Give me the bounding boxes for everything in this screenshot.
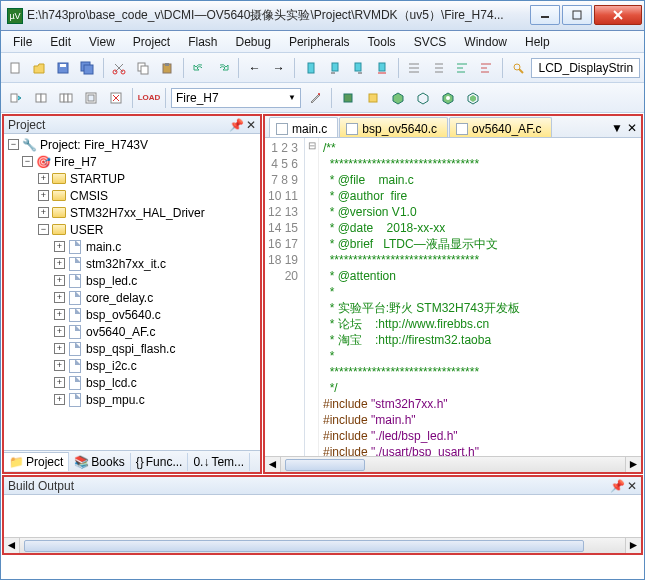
menu-flash[interactable]: Flash	[180, 33, 225, 51]
bookmark-next-icon[interactable]	[348, 57, 369, 79]
menu-svcs[interactable]: SVCS	[406, 33, 455, 51]
close-button[interactable]	[594, 5, 642, 25]
tree-file[interactable]: bsp_ov5640.c	[86, 308, 161, 322]
expand-icon[interactable]: +	[54, 292, 65, 303]
tree-group[interactable]: USER	[70, 223, 103, 237]
new-file-icon[interactable]	[5, 57, 26, 79]
tab-project[interactable]: 📁Project	[4, 452, 69, 471]
save-icon[interactable]	[53, 57, 74, 79]
save-all-icon[interactable]	[77, 57, 98, 79]
tree-file[interactable]: bsp_i2c.c	[86, 359, 137, 373]
pin-icon[interactable]: 📌	[229, 118, 244, 132]
tree-group[interactable]: STM32H7xx_HAL_Driver	[70, 206, 205, 220]
collapse-icon[interactable]: −	[8, 139, 19, 150]
options-icon[interactable]	[304, 87, 326, 109]
tree-file[interactable]: bsp_led.c	[86, 274, 137, 288]
menu-debug[interactable]: Debug	[228, 33, 279, 51]
expand-icon[interactable]: +	[38, 207, 49, 218]
outdent-icon[interactable]	[428, 57, 449, 79]
tree-file[interactable]: bsp_qspi_flash.c	[86, 342, 175, 356]
uncomment-icon[interactable]	[476, 57, 497, 79]
tree-file[interactable]: bsp_mpu.c	[86, 393, 145, 407]
build-icon[interactable]	[30, 87, 52, 109]
target-select[interactable]: Fire_H7▼	[171, 88, 301, 108]
tree-file[interactable]: stm32h7xx_it.c	[86, 257, 166, 271]
tree-group[interactable]: CMSIS	[70, 189, 108, 203]
batch-build-icon[interactable]	[80, 87, 102, 109]
expand-icon[interactable]: +	[54, 343, 65, 354]
build-output-body[interactable]	[4, 495, 641, 537]
back-icon[interactable]: ←	[244, 57, 265, 79]
menu-project[interactable]: Project	[125, 33, 178, 51]
collapse-icon[interactable]: −	[22, 156, 33, 167]
expand-icon[interactable]: +	[54, 258, 65, 269]
expand-icon[interactable]: +	[38, 190, 49, 201]
menu-peripherals[interactable]: Peripherals	[281, 33, 358, 51]
find-icon[interactable]	[508, 57, 529, 79]
download-icon[interactable]: LOAD	[138, 87, 160, 109]
find-combo[interactable]: LCD_DisplayStrin	[531, 58, 640, 78]
tab-templates[interactable]: 0.↓Tem...	[188, 453, 250, 471]
rebuild-icon[interactable]	[55, 87, 77, 109]
tree-file[interactable]: ov5640_AF.c	[86, 325, 155, 339]
tab-books[interactable]: 📚Books	[69, 453, 130, 471]
forward-icon[interactable]: →	[268, 57, 289, 79]
tree-group[interactable]: STARTUP	[70, 172, 125, 186]
tab-functions[interactable]: {} Func...	[131, 453, 189, 471]
scrollbar-thumb[interactable]	[24, 540, 584, 552]
maximize-button[interactable]	[562, 5, 592, 25]
tab-close-icon[interactable]: ✕	[627, 121, 637, 135]
menu-view[interactable]: View	[81, 33, 123, 51]
translate-icon[interactable]	[5, 87, 27, 109]
expand-icon[interactable]: +	[54, 377, 65, 388]
minimize-button[interactable]	[530, 5, 560, 25]
undo-icon[interactable]	[188, 57, 209, 79]
editor-tab[interactable]: bsp_ov5640.c	[339, 117, 448, 137]
bookmark-clear-icon[interactable]	[372, 57, 393, 79]
fold-column[interactable]: ⊟	[305, 138, 319, 456]
copy-icon[interactable]	[133, 57, 154, 79]
tree-file[interactable]: bsp_lcd.c	[86, 376, 137, 390]
indent-icon[interactable]	[404, 57, 425, 79]
tab-menu-icon[interactable]: ▼	[611, 121, 623, 135]
project-tree[interactable]: −🔧Project: Fire_H743V −🎯Fire_H7 +STARTUP…	[4, 134, 260, 450]
collapse-icon[interactable]: −	[38, 224, 49, 235]
redo-icon[interactable]	[212, 57, 233, 79]
open-icon[interactable]	[29, 57, 50, 79]
expand-icon[interactable]: +	[54, 309, 65, 320]
expand-icon[interactable]: +	[54, 360, 65, 371]
horizontal-scrollbar[interactable]: ◄ ►	[265, 456, 641, 472]
code-area[interactable]: 1 2 3 4 5 6 7 8 9 10 11 12 13 14 15 16 1…	[265, 138, 641, 456]
menu-edit[interactable]: Edit	[42, 33, 79, 51]
expand-icon[interactable]: +	[54, 326, 65, 337]
cut-icon[interactable]	[109, 57, 130, 79]
comment-icon[interactable]	[452, 57, 473, 79]
pack2-icon[interactable]	[412, 87, 434, 109]
bookmark-icon[interactable]	[300, 57, 321, 79]
paste-icon[interactable]	[157, 57, 178, 79]
tree-project-root[interactable]: Project: Fire_H743V	[40, 138, 148, 152]
pack3-icon[interactable]	[437, 87, 459, 109]
expand-icon[interactable]: +	[54, 275, 65, 286]
menu-help[interactable]: Help	[517, 33, 558, 51]
editor-tab-main[interactable]: main.c	[269, 117, 338, 137]
editor-tab[interactable]: ov5640_AF.c	[449, 117, 552, 137]
pack4-icon[interactable]	[462, 87, 484, 109]
scrollbar-thumb[interactable]	[285, 459, 365, 471]
pin-icon[interactable]: 📌	[610, 479, 625, 493]
tree-target[interactable]: Fire_H7	[54, 155, 97, 169]
close-panel-icon[interactable]: ✕	[246, 118, 256, 132]
stop-build-icon[interactable]	[105, 87, 127, 109]
close-panel-icon[interactable]: ✕	[627, 479, 637, 493]
expand-icon[interactable]: +	[38, 173, 49, 184]
build-scrollbar[interactable]: ◄ ►	[4, 537, 641, 553]
menu-window[interactable]: Window	[456, 33, 515, 51]
file-ext-icon[interactable]	[362, 87, 384, 109]
pack-icon[interactable]	[387, 87, 409, 109]
expand-icon[interactable]: +	[54, 241, 65, 252]
tree-file[interactable]: core_delay.c	[86, 291, 153, 305]
expand-icon[interactable]: +	[54, 394, 65, 405]
code-text[interactable]: /** ******************************** * @…	[319, 138, 641, 456]
bookmark-prev-icon[interactable]	[324, 57, 345, 79]
manage-icon[interactable]	[337, 87, 359, 109]
